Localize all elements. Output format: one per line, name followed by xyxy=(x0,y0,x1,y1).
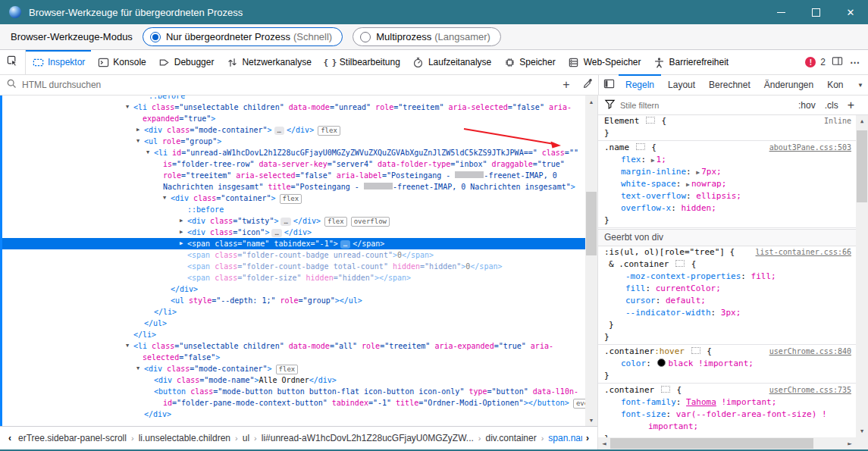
selector-highlighter-icon[interactable] xyxy=(691,347,700,354)
rule-line[interactable]: font-size: var(--folder-area-font-size) … xyxy=(598,409,856,421)
selector-highlighter-icon[interactable] xyxy=(675,260,685,267)
breadcrumb-scroll-left-icon[interactable]: ‹ xyxy=(5,433,15,443)
tab-console[interactable]: Konsole xyxy=(91,50,152,74)
toggle-pseudo-class-button[interactable]: :hov xyxy=(798,100,816,111)
scroll-down-icon[interactable]: ▼ xyxy=(856,425,868,437)
breadcrumb-item[interactable]: span.name xyxy=(545,433,582,443)
twisty-collapsed-icon[interactable]: ▶ xyxy=(134,124,142,136)
markup-line[interactable]: ▼<ul role="group"> xyxy=(0,136,585,147)
rule-line[interactable]: .container {userChrome.css:735 xyxy=(598,384,856,396)
tab-accessibility[interactable]: Barrierefreiheit xyxy=(647,50,735,74)
markup-line[interactable]: ▶<div class="icon">…</div> xyxy=(0,227,585,238)
value-twisty-icon[interactable]: ▶ xyxy=(686,181,690,188)
sidebar-tab-änderungen[interactable]: Änderungen xyxy=(757,75,820,95)
tab-memory[interactable]: Speicher xyxy=(497,50,561,74)
scroll-up-icon[interactable]: ▲ xyxy=(585,96,597,108)
rule-line[interactable]: } xyxy=(598,331,856,343)
error-badge-icon[interactable]: ! xyxy=(805,57,816,67)
markup-line[interactable]: ::before xyxy=(0,96,585,102)
sidebar-tab-layout[interactable]: Layout xyxy=(661,75,702,95)
twisty-collapsed-icon[interactable]: ▶ xyxy=(177,227,185,238)
twisty-expanded-icon[interactable]: ▼ xyxy=(134,136,142,147)
rules-filter-input[interactable]: Stile filtern xyxy=(620,101,659,110)
tab-inspector[interactable]: Inspektor xyxy=(26,50,91,74)
rule-line[interactable]: cursor: default; xyxy=(598,295,856,307)
all-tabs-menu-button[interactable]: ▼ xyxy=(853,75,868,95)
breadcrumb-item[interactable]: div.container xyxy=(483,433,540,443)
markup-scroll-thumb[interactable] xyxy=(586,192,597,255)
scroll-up-icon[interactable]: ▲ xyxy=(856,115,868,127)
sidebar-toggle-button[interactable] xyxy=(599,75,619,95)
markup-line[interactable]: <ul style="--depth: 1;" role="group"></u… xyxy=(0,295,585,306)
add-rule-button[interactable]: + xyxy=(848,99,854,112)
stylesheet-source-link[interactable]: about3Pane.css:503 xyxy=(769,142,851,154)
markup-line[interactable]: <span class="folder-size" hidden="hidden… xyxy=(0,272,585,283)
sidebar-tab-berechnet[interactable]: Berechnet xyxy=(702,75,757,95)
expand-ellipsis-badge[interactable]: … xyxy=(271,229,281,237)
markup-line[interactable]: </li> xyxy=(0,329,585,340)
twisty-collapsed-icon[interactable]: ▶ xyxy=(177,238,185,249)
close-button[interactable]: ✕ xyxy=(833,0,868,24)
eyedropper-button[interactable] xyxy=(577,75,598,95)
scroll-right-icon[interactable]: ► xyxy=(844,437,856,449)
tab-debugger[interactable]: Debugger xyxy=(152,50,221,74)
rules-hscroll-thumb[interactable] xyxy=(610,438,813,449)
node-picker-button[interactable] xyxy=(0,50,26,74)
rule-line[interactable]: fill: currentColor; xyxy=(598,283,856,295)
toggle-class-button[interactable]: .cls xyxy=(825,100,838,111)
flex-badge[interactable]: flex xyxy=(324,217,347,227)
tab-network[interactable]: Netzwerkanalyse xyxy=(220,50,317,74)
twisty-collapsed-icon[interactable]: ▶ xyxy=(177,215,185,227)
markup-line[interactable]: <button class="mode-button button button… xyxy=(0,386,585,397)
expand-ellipsis-badge[interactable]: … xyxy=(280,218,290,226)
twisty-expanded-icon[interactable]: ▼ xyxy=(134,363,142,374)
breadcrumb-item[interactable]: li#unread-aW1hcDovL2h1Z28ucGFjayU0MGZyZW… xyxy=(259,433,477,443)
mode-option-parent-process-only[interactable]: Nur übergeordneter Prozess (Schnell) xyxy=(143,27,343,46)
breadcrumb-item[interactable]: ul xyxy=(240,433,252,443)
markup-line[interactable]: ▼<div class="container">flex xyxy=(0,193,585,204)
mode-option-multiprocess[interactable]: Multiprozess (Langsamer) xyxy=(353,27,501,46)
tab-performance[interactable]: Laufzeitanalyse xyxy=(406,50,497,74)
stylesheet-source-link[interactable]: userChrome.css:735 xyxy=(769,384,851,396)
rule-line[interactable]: text-overflow: ellipsis; xyxy=(598,190,856,202)
rule-line[interactable]: Element {Inline xyxy=(598,115,856,127)
markup-line[interactable]: ::before xyxy=(0,204,585,215)
sidebar-tab-regeln[interactable]: Regeln xyxy=(619,75,661,95)
markup-vertical-scrollbar[interactable]: ▲ ▼ xyxy=(585,96,597,426)
rule-line[interactable]: flex: ▶1; xyxy=(598,154,856,166)
rules-vertical-scrollbar[interactable]: ▲ ▼ xyxy=(856,115,868,437)
markup-line[interactable]: <span class="folder-count-badge unread-c… xyxy=(0,249,585,261)
html-search-input[interactable]: HTML durchsuchen xyxy=(0,75,556,95)
markup-line[interactable]: role="treeitem" aria-selected="false" ar… xyxy=(0,170,585,181)
rule-line[interactable]: color: black !important; xyxy=(598,358,856,370)
value-twisty-icon[interactable]: ▶ xyxy=(651,157,655,164)
tab-style-editor[interactable]: { }Stilbearbeitung xyxy=(318,50,406,74)
stylesheet-source-link[interactable]: list-container.css:66 xyxy=(756,246,851,258)
markup-line[interactable]: </ul> xyxy=(0,318,585,329)
markup-line[interactable]: ▼<div class="mode-container">flex xyxy=(0,363,585,374)
expand-ellipsis-badge[interactable]: … xyxy=(274,127,284,135)
markup-line[interactable]: selected="false"> xyxy=(0,352,585,363)
rule-line[interactable]: .name {about3Pane.css:503 xyxy=(598,142,856,154)
markup-line[interactable]: id="folder-pane-mode-context-button" tab… xyxy=(0,397,585,409)
scroll-left-icon[interactable]: ◄ xyxy=(598,437,610,449)
value-twisty-icon[interactable]: ▶ xyxy=(696,169,700,176)
markup-line[interactable]: is="folder-tree-row" data-server-key="se… xyxy=(0,158,585,170)
markup-line[interactable]: ▶<div class="twisty">…</div>flexoverflow xyxy=(0,215,585,227)
tab-storage[interactable]: Web-Speicher xyxy=(562,50,647,74)
expand-ellipsis-badge[interactable]: … xyxy=(340,240,350,249)
color-swatch[interactable] xyxy=(657,359,666,367)
markup-line[interactable]: </li> xyxy=(0,306,585,318)
twisty-expanded-icon[interactable]: ▼ xyxy=(144,147,152,158)
rule-line[interactable]: font-family: Tahoma !important; xyxy=(598,396,856,409)
rule-line[interactable]: white-space: ▶nowrap; xyxy=(598,178,856,190)
add-node-button[interactable]: + xyxy=(556,75,577,95)
rule-line[interactable]: overflow-x: hidden; xyxy=(598,202,856,215)
markup-line[interactable]: expanded="true"> xyxy=(0,113,585,124)
selector-highlighter-icon[interactable] xyxy=(636,143,645,150)
flex-badge[interactable]: flex xyxy=(276,365,299,374)
rules-horizontal-scrollbar[interactable]: ◄ ► xyxy=(598,437,856,449)
markup-line[interactable]: Nachrichten insgesamt" title="Posteingan… xyxy=(0,181,585,193)
rule-line[interactable]: } xyxy=(598,127,856,139)
twisty-expanded-icon[interactable]: ▼ xyxy=(161,193,168,204)
